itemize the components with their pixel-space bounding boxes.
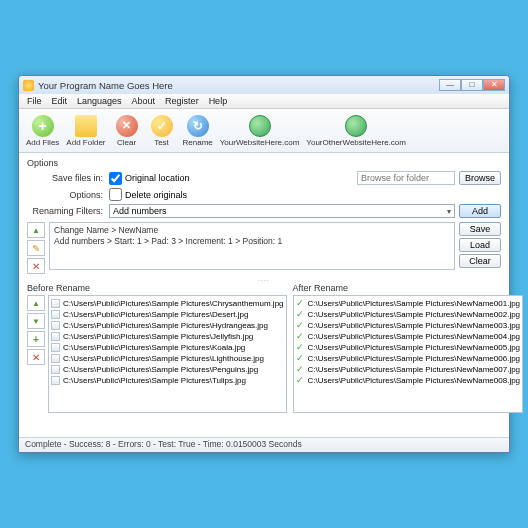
menubar: FileEditLanguagesAboutRegisterHelp <box>19 94 509 109</box>
rename-icon <box>187 115 209 137</box>
before-remove-button[interactable] <box>27 349 45 365</box>
menu-item-edit[interactable]: Edit <box>47 96 73 106</box>
list-item[interactable]: C:\Users\Public\Pictures\Sample Pictures… <box>51 331 284 342</box>
toolbar-yourwebsitehere-com[interactable]: YourWebsiteHere.com <box>217 114 303 148</box>
rule-line[interactable]: Change Name > NewName <box>54 225 450 236</box>
app-icon <box>23 80 34 91</box>
menu-item-help[interactable]: Help <box>204 96 233 106</box>
list-item: C:\Users\Public\Pictures\Sample Pictures… <box>296 309 521 320</box>
maximize-button[interactable]: □ <box>461 79 483 91</box>
file-icon <box>51 332 60 341</box>
list-item[interactable]: C:\Users\Public\Pictures\Sample Pictures… <box>51 364 284 375</box>
file-icon <box>51 310 60 319</box>
window-title: Your Program Name Goes Here <box>38 80 173 91</box>
menu-item-file[interactable]: File <box>22 96 47 106</box>
toolbar-add-folder[interactable]: Add Folder <box>63 114 108 148</box>
browse-folder-input[interactable] <box>357 171 455 185</box>
file-icon <box>51 365 60 374</box>
list-item: C:\Users\Public\Pictures\Sample Pictures… <box>296 298 521 309</box>
check-icon <box>296 332 305 341</box>
titlebar[interactable]: Your Program Name Goes Here — □ ✕ <box>19 76 509 94</box>
rule-edit-button[interactable] <box>27 240 45 256</box>
check-icon <box>296 321 305 330</box>
status-bar: Complete - Success: 8 - Errors: 0 - Test… <box>19 437 509 452</box>
check-icon <box>296 365 305 374</box>
list-item[interactable]: C:\Users\Public\Pictures\Sample Pictures… <box>51 309 284 320</box>
toolbar-rename[interactable]: Rename <box>180 114 216 148</box>
toolbar-add-files[interactable]: Add Files <box>23 114 62 148</box>
folder-icon <box>75 115 97 137</box>
clear-rules-button[interactable]: Clear <box>459 254 501 268</box>
toolbar: Add FilesAdd FolderClearTestRenameYourWe… <box>19 109 509 153</box>
list-item[interactable]: C:\Users\Public\Pictures\Sample Pictures… <box>51 353 284 364</box>
file-icon <box>51 321 60 330</box>
original-location-checkbox[interactable] <box>109 172 122 185</box>
toolbar-yourotherwebsitehere-com[interactable]: YourOtherWebsiteHere.com <box>303 114 409 148</box>
options-sublabel: Options: <box>27 190 109 200</box>
add-icon <box>32 115 54 137</box>
list-item[interactable]: C:\Users\Public\Pictures\Sample Pictures… <box>51 320 284 331</box>
file-icon <box>51 299 60 308</box>
close-button[interactable]: ✕ <box>483 79 505 91</box>
rule-delete-button[interactable] <box>27 258 45 274</box>
file-icon <box>51 376 60 385</box>
clear-icon <box>116 115 138 137</box>
app-window: Your Program Name Goes Here — □ ✕ FileEd… <box>18 75 510 453</box>
list-item[interactable]: C:\Users\Public\Pictures\Sample Pictures… <box>51 298 284 309</box>
check-icon <box>296 299 305 308</box>
list-item: C:\Users\Public\Pictures\Sample Pictures… <box>296 342 521 353</box>
rules-list[interactable]: Change Name > NewNameAdd numbers > Start… <box>49 222 455 270</box>
test-icon <box>151 115 173 137</box>
add-filter-button[interactable]: Add <box>459 204 501 218</box>
menu-item-languages[interactable]: Languages <box>72 96 127 106</box>
menu-item-about[interactable]: About <box>127 96 161 106</box>
after-label: After Rename <box>293 283 524 293</box>
browse-button[interactable]: Browse <box>459 171 501 185</box>
file-icon <box>51 354 60 363</box>
before-up-button[interactable] <box>27 295 45 311</box>
toolbar-clear[interactable]: Clear <box>110 114 144 148</box>
rule-line[interactable]: Add numbers > Start: 1 > Pad: 3 > Increm… <box>54 236 450 247</box>
list-item: C:\Users\Public\Pictures\Sample Pictures… <box>296 353 521 364</box>
list-item: C:\Users\Public\Pictures\Sample Pictures… <box>296 320 521 331</box>
after-list[interactable]: C:\Users\Public\Pictures\Sample Pictures… <box>293 295 524 413</box>
original-location-label: Original location <box>125 173 190 183</box>
list-item: C:\Users\Public\Pictures\Sample Pictures… <box>296 331 521 342</box>
check-icon <box>296 343 305 352</box>
delete-originals-label: Delete originals <box>125 190 187 200</box>
save-rules-button[interactable]: Save <box>459 222 501 236</box>
load-rules-button[interactable]: Load <box>459 238 501 252</box>
rule-up-button[interactable] <box>27 222 45 238</box>
file-icon <box>51 343 60 352</box>
check-icon <box>296 310 305 319</box>
globe-icon <box>345 115 367 137</box>
list-item[interactable]: C:\Users\Public\Pictures\Sample Pictures… <box>51 342 284 353</box>
before-down-button[interactable] <box>27 313 45 329</box>
list-item[interactable]: C:\Users\Public\Pictures\Sample Pictures… <box>51 375 284 386</box>
before-add-button[interactable] <box>27 331 45 347</box>
options-label: Options <box>27 158 501 168</box>
globe-icon <box>249 115 271 137</box>
list-item: C:\Users\Public\Pictures\Sample Pictures… <box>296 364 521 375</box>
filter-label: Renaming Filters: <box>27 206 109 216</box>
check-icon <box>296 376 305 385</box>
toolbar-test[interactable]: Test <box>145 114 179 148</box>
before-list[interactable]: C:\Users\Public\Pictures\Sample Pictures… <box>48 295 287 413</box>
filter-select[interactable]: Add numbers <box>109 204 455 218</box>
menu-item-register[interactable]: Register <box>160 96 204 106</box>
list-item: C:\Users\Public\Pictures\Sample Pictures… <box>296 375 521 386</box>
before-label: Before Rename <box>27 283 287 293</box>
minimize-button[interactable]: — <box>439 79 461 91</box>
delete-originals-checkbox[interactable] <box>109 188 122 201</box>
save-label: Save files in: <box>27 173 109 183</box>
check-icon <box>296 354 305 363</box>
